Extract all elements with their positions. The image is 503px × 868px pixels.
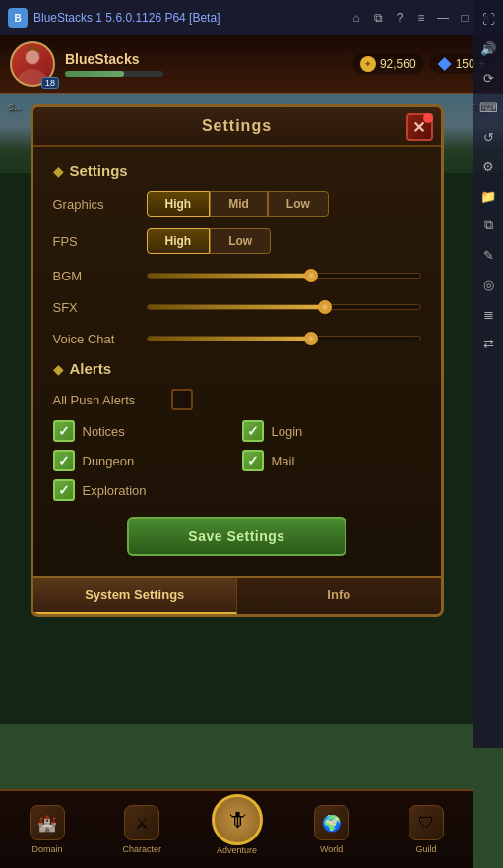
top-bar: B BlueStacks 1 5.6.0.1126 P64 [Beta] ⌂ ⧉… bbox=[0, 0, 503, 35]
all-push-checkbox[interactable] bbox=[171, 389, 193, 410]
login-item: ✓ Login bbox=[242, 420, 421, 442]
dialog-title: Settings bbox=[202, 117, 272, 134]
nav-world[interactable]: 🌍 World bbox=[284, 797, 379, 862]
graphics-low-button[interactable]: Low bbox=[268, 191, 329, 217]
dialog-title-bar: Settings ✕ bbox=[33, 107, 441, 147]
settings-section-title: Settings bbox=[70, 162, 128, 179]
avatar: 18 bbox=[10, 41, 55, 87]
fullscreen-icon[interactable]: ⛶ bbox=[477, 8, 499, 30]
menu-btn[interactable]: ≡ bbox=[412, 9, 430, 27]
dungeon-checkbox[interactable]: ✓ bbox=[53, 450, 75, 471]
folder-icon[interactable]: 📁 bbox=[477, 185, 499, 207]
bottom-nav: 🏰 Domain ⚔ Character 🗡 Adventure 🌍 World… bbox=[0, 789, 473, 868]
rotate-icon[interactable]: ⟳ bbox=[477, 67, 499, 89]
dialog-close-button[interactable]: ✕ bbox=[406, 113, 433, 141]
fps-button-group: High Low bbox=[147, 228, 272, 254]
character-icon: ⚔ bbox=[124, 805, 159, 840]
speaker-icon[interactable]: 🔊 bbox=[477, 37, 499, 59]
currency-area: ✦ 92,560 150 + bbox=[352, 53, 493, 75]
edit-icon[interactable]: ✎ bbox=[477, 244, 499, 266]
graphics-high-button[interactable]: High bbox=[147, 191, 211, 217]
dialog-tab-bar: System Settings Info bbox=[33, 576, 441, 614]
dungeon-checkmark: ✓ bbox=[58, 453, 70, 468]
nav-character[interactable]: ⚔ Character bbox=[94, 797, 189, 862]
username: BlueStacks bbox=[65, 51, 163, 67]
login-checkmark: ✓ bbox=[247, 423, 259, 439]
settings-icon[interactable]: ⚙ bbox=[477, 155, 499, 177]
character-label: Character bbox=[123, 844, 162, 854]
bgm-track bbox=[147, 273, 421, 279]
layers-icon[interactable]: ⧉ bbox=[477, 215, 499, 236]
alerts-grid: ✓ Notices ✓ Login ✓ Dungeon bbox=[53, 420, 421, 501]
exploration-checkbox[interactable]: ✓ bbox=[53, 479, 75, 501]
profile-bar: 18 BlueStacks ✦ 92,560 150 + bbox=[0, 35, 503, 94]
notices-checkmark: ✓ bbox=[58, 423, 70, 439]
all-push-row: All Push Alerts bbox=[53, 389, 421, 410]
domain-label: Domain bbox=[32, 844, 63, 854]
alerts-section-header: ◆ Alerts bbox=[53, 360, 421, 377]
voice-chat-slider[interactable] bbox=[147, 329, 421, 348]
gem-icon bbox=[438, 57, 452, 71]
sfx-track bbox=[147, 304, 421, 310]
sfx-slider[interactable] bbox=[147, 297, 421, 317]
sfx-thumb bbox=[318, 300, 332, 314]
notices-label: Notices bbox=[83, 424, 125, 439]
home-btn[interactable]: ⌂ bbox=[347, 9, 365, 27]
guild-icon: 🛡 bbox=[409, 805, 444, 840]
dialog-content: ◆ Settings Graphics High Mid Low FPS Hig… bbox=[33, 147, 441, 576]
stack-icon[interactable]: ≣ bbox=[477, 303, 499, 325]
level-badge: 18 bbox=[41, 77, 59, 89]
fps-row: FPS High Low bbox=[53, 228, 421, 254]
coin-amount: 92,560 bbox=[380, 57, 416, 71]
tab-system-settings[interactable]: System Settings bbox=[33, 578, 238, 614]
fps-high-button[interactable]: High bbox=[147, 228, 211, 254]
mail-checkbox[interactable]: ✓ bbox=[242, 450, 264, 471]
guild-label: Guild bbox=[415, 844, 436, 854]
bgm-thumb bbox=[304, 269, 318, 282]
sfx-fill bbox=[148, 305, 325, 309]
nav-guild[interactable]: 🛡 Guild bbox=[379, 797, 473, 862]
keyboard-icon[interactable]: ⌨ bbox=[477, 96, 499, 118]
sfx-label: SFX bbox=[53, 300, 137, 315]
nav-domain[interactable]: 🏰 Domain bbox=[0, 797, 94, 862]
dungeon-item: ✓ Dungeon bbox=[53, 450, 232, 471]
nav-adventure[interactable]: 🗡 Adventure bbox=[189, 804, 283, 855]
app-title: BlueStacks 1 5.6.0.1126 P64 [Beta] bbox=[33, 11, 342, 25]
app-icon: B bbox=[8, 8, 28, 28]
refresh-icon[interactable]: ↺ bbox=[477, 126, 499, 148]
voice-chat-thumb bbox=[304, 332, 318, 345]
voice-chat-label: Voice Chat bbox=[53, 332, 137, 346]
tabs-btn[interactable]: ⧉ bbox=[369, 9, 387, 27]
maximize-btn[interactable]: □ bbox=[456, 9, 473, 27]
fps-label: FPS bbox=[53, 234, 137, 249]
xp-bar bbox=[65, 71, 163, 77]
location-icon[interactable]: ◎ bbox=[477, 274, 499, 295]
mail-checkmark: ✓ bbox=[247, 453, 259, 468]
world-icon: 🌍 bbox=[314, 805, 349, 840]
modal-overlay: Settings ✕ ◆ Settings Graphics High Mid … bbox=[0, 94, 473, 724]
login-checkbox[interactable]: ✓ bbox=[242, 420, 264, 442]
coin-icon: ✦ bbox=[360, 56, 376, 72]
right-sidebar: ⛶ 🔊 ⟳ ⌨ ↺ ⚙ 📁 ⧉ ✎ ◎ ≣ ⇄ bbox=[473, 0, 503, 748]
sync-icon[interactable]: ⇄ bbox=[477, 333, 499, 354]
notices-checkbox[interactable]: ✓ bbox=[53, 420, 75, 442]
help-btn[interactable]: ? bbox=[391, 9, 409, 27]
bgm-slider[interactable] bbox=[147, 266, 421, 285]
alerts-section-title: Alerts bbox=[70, 360, 112, 377]
adventure-icon: 🗡 bbox=[212, 794, 263, 845]
notices-item: ✓ Notices bbox=[53, 420, 232, 442]
exploration-checkmark: ✓ bbox=[58, 482, 70, 498]
exploration-label: Exploration bbox=[83, 483, 147, 498]
all-push-label: All Push Alerts bbox=[53, 393, 161, 407]
voice-chat-track bbox=[147, 336, 421, 341]
exploration-item: ✓ Exploration bbox=[53, 479, 232, 501]
graphics-mid-button[interactable]: Mid bbox=[210, 191, 268, 217]
minimize-btn[interactable]: — bbox=[434, 9, 452, 27]
svg-point-1 bbox=[26, 50, 39, 64]
world-label: World bbox=[320, 844, 343, 854]
fps-low-button[interactable]: Low bbox=[210, 228, 271, 254]
tab-info[interactable]: Info bbox=[237, 578, 441, 614]
login-label: Login bbox=[272, 424, 303, 439]
xp-fill bbox=[65, 71, 124, 77]
save-settings-button[interactable]: Save Settings bbox=[127, 517, 346, 556]
